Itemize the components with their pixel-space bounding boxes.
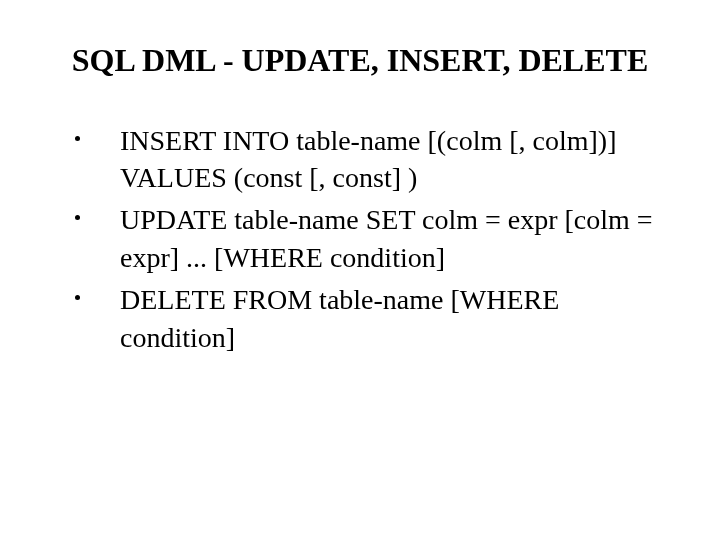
list-item-text: UPDATE table-name SET colm = expr [colm …	[120, 204, 653, 273]
bullet-icon	[75, 295, 80, 300]
slide-title: SQL DML - UPDATE, INSERT, DELETE	[50, 40, 670, 82]
list-item: DELETE FROM table-name [WHERE condition]	[70, 281, 670, 357]
list-item: UPDATE table-name SET colm = expr [colm …	[70, 201, 670, 277]
list-item-text: DELETE FROM table-name [WHERE condition]	[120, 284, 559, 353]
bullet-list: INSERT INTO table-name [(colm [, colm])]…	[50, 122, 670, 357]
list-item: INSERT INTO table-name [(colm [, colm])]…	[70, 122, 670, 198]
list-item-text: INSERT INTO table-name [(colm [, colm])]…	[120, 125, 616, 194]
bullet-icon	[75, 136, 80, 141]
bullet-icon	[75, 215, 80, 220]
